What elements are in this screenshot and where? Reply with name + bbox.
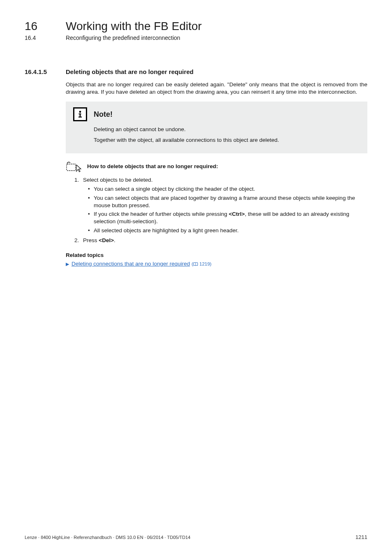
page-number: 1211 (355, 534, 367, 540)
howto-title: How to delete objects that are no longer… (87, 163, 218, 169)
steps-list: Select objects to be deleted. You can se… (66, 176, 367, 245)
svg-rect-3 (78, 117, 82, 118)
procedure-icon (66, 161, 83, 172)
chapter-number: 16 (25, 20, 49, 33)
intro-paragraph: Objects that are no longer required can … (66, 81, 367, 96)
note-box: Note! Deleting an object cannot be undon… (66, 102, 367, 153)
howto-heading: How to delete objects that are no longer… (66, 161, 367, 172)
related-link[interactable]: Deleting connections that are no longer … (71, 261, 190, 267)
step-item: Select objects to be deleted. You can se… (81, 176, 367, 234)
section-title: Deleting objects that are no longer requ… (66, 68, 194, 75)
svg-point-0 (79, 111, 81, 113)
footer-left: Lenze · 8400 HighLine · Referenzhandbuch… (25, 535, 190, 540)
step-item: Press <Del>. (81, 237, 367, 245)
substep-item: All selected objects are highlighted by … (88, 227, 367, 234)
running-head: 16 Working with the FB Editor 16.4 Recon… (25, 20, 367, 41)
related-topics-heading: Related topics (66, 252, 367, 258)
section-title-running: Reconfiguring the predefined interconnec… (66, 35, 180, 41)
related-link-page[interactable]: ( 1219) (191, 261, 211, 266)
svg-rect-2 (80, 113, 81, 117)
chapter-title: Working with the FB Editor (66, 20, 202, 33)
substep-list: You can select a single object by clicki… (83, 185, 367, 234)
info-icon (73, 107, 87, 121)
section-number: 16.4.1.5 (25, 68, 66, 75)
substep-item: If you click the header of further objec… (88, 210, 367, 225)
note-body: Deleting an object cannot be undone. Tog… (94, 125, 360, 144)
svg-rect-4 (67, 164, 76, 171)
book-icon (193, 262, 198, 266)
substep-item: You can select objects that are placed t… (88, 194, 367, 209)
triangle-icon: ▶ (66, 261, 69, 267)
section-number-running: 16.4 (25, 35, 49, 41)
step-text: Select objects to be deleted. (83, 177, 153, 183)
substep-item: You can select a single object by clicki… (88, 185, 367, 193)
divider-dashes: _ _ _ _ _ _ _ _ _ _ _ _ _ _ _ _ _ _ _ _ … (25, 50, 367, 57)
note-line: Together with the object, all available … (94, 136, 360, 144)
note-title: Note! (94, 110, 113, 119)
section-heading: 16.4.1.5 Deleting objects that are no lo… (25, 68, 367, 75)
note-line: Deleting an object cannot be undone. (94, 125, 360, 134)
related-link-row: ▶ Deleting connections that are no longe… (66, 261, 367, 267)
page-footer: Lenze · 8400 HighLine · Referenzhandbuch… (25, 534, 367, 540)
